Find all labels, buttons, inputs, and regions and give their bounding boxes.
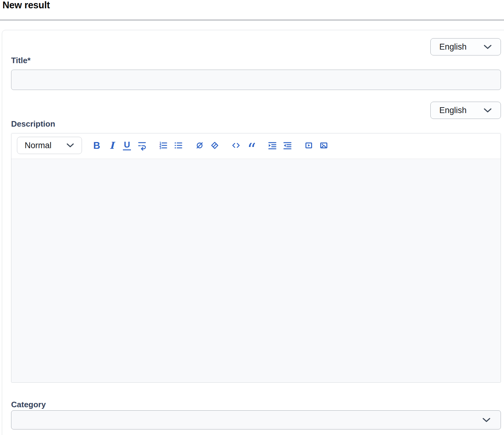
toolbar-group: [194, 139, 220, 152]
code-icon: [231, 140, 241, 151]
paragraph-style-select[interactable]: Normal: [17, 137, 82, 154]
outdent-icon: [282, 140, 293, 151]
title-language-select[interactable]: English: [430, 38, 501, 55]
outdent-button[interactable]: [282, 139, 293, 152]
chevron-down-icon: [483, 108, 492, 113]
editor-content-area[interactable]: [11, 159, 501, 382]
toolbar-group: [267, 139, 293, 152]
indent-button[interactable]: [267, 139, 278, 152]
bullet-list-icon: [173, 140, 184, 151]
clean-formatting-button[interactable]: [209, 139, 220, 152]
form-panel: English Title* English Description: [2, 30, 504, 435]
title-label: Title*: [11, 55, 501, 65]
blockquote-icon: “: [247, 137, 255, 153]
description-language-row: English: [11, 102, 501, 119]
title-language-row: English: [11, 38, 501, 55]
indent-icon: [267, 140, 278, 151]
underline-icon: U: [123, 140, 131, 150]
underline-button[interactable]: U: [121, 139, 132, 152]
blockquote-button[interactable]: “: [246, 139, 257, 152]
image-button[interactable]: [318, 139, 329, 152]
video-button[interactable]: [303, 139, 314, 152]
bold-icon: B: [93, 141, 100, 150]
chevron-down-icon: [66, 143, 74, 148]
toolbar-group: 123: [158, 139, 184, 152]
category-label: Category: [11, 400, 501, 409]
bold-button[interactable]: B: [91, 139, 102, 152]
toolbar-group: “: [230, 139, 257, 152]
editor-toolbar: Normal BIU123“: [11, 133, 501, 159]
link-button[interactable]: [194, 139, 205, 152]
bullet-list-button[interactable]: [173, 139, 184, 152]
svg-text:3: 3: [160, 146, 161, 150]
toolbar-group: [303, 139, 329, 152]
chevron-down-icon: [482, 417, 491, 423]
text-wrap-icon: [137, 140, 147, 151]
page: New result English Title* English: [0, 0, 504, 435]
link-icon: [194, 140, 205, 151]
video-icon: [303, 140, 314, 151]
description-editor: Normal BIU123“: [11, 133, 501, 383]
toolbar-icon-groups: BIU123“: [91, 139, 329, 152]
description-label: Description: [11, 119, 501, 129]
text-wrap-button[interactable]: [136, 139, 148, 152]
clean-formatting-icon: [209, 140, 220, 151]
description-language-value: English: [439, 106, 467, 115]
description-language-select[interactable]: English: [430, 102, 501, 119]
italic-button[interactable]: I: [106, 139, 117, 152]
title-language-value: English: [439, 42, 467, 52]
category-select[interactable]: [11, 410, 501, 429]
image-icon: [319, 140, 329, 151]
page-title: New result: [2, 0, 504, 10]
title-input[interactable]: [11, 70, 501, 90]
ordered-list-button[interactable]: 123: [158, 139, 169, 152]
chevron-down-icon: [483, 44, 492, 50]
paragraph-style-value: Normal: [25, 141, 51, 150]
ordered-list-icon: 123: [158, 140, 169, 151]
toolbar-group: BIU: [91, 139, 148, 152]
header-divider: [0, 20, 504, 20]
code-button[interactable]: [230, 139, 242, 152]
italic-icon: I: [110, 141, 114, 150]
